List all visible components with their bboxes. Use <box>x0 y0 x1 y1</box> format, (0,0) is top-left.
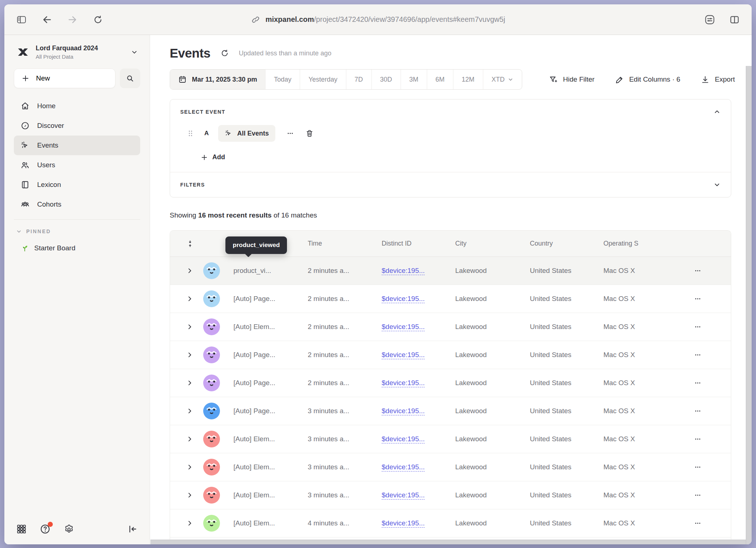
filters-header[interactable]: FILTERS <box>180 181 721 188</box>
distinct-id-link[interactable]: $device:195... <box>382 519 425 527</box>
distinct-id-link[interactable]: $device:195... <box>382 323 425 330</box>
table-row[interactable]: [Auto] Page... 2 minutes a... $device:19… <box>170 369 731 397</box>
settings-gear-icon[interactable] <box>63 524 75 535</box>
row-actions-button[interactable] <box>691 516 705 530</box>
column-header-distinct-id[interactable]: Distinct ID <box>382 240 455 247</box>
preset-6m[interactable]: 6M <box>427 70 453 89</box>
column-header-os[interactable]: Operating S <box>603 240 683 247</box>
sidebar-item-users[interactable]: Users <box>14 155 140 175</box>
preset-3m[interactable]: 3M <box>401 70 427 89</box>
chevron-right-icon <box>186 520 193 527</box>
event-avatar <box>203 290 220 307</box>
row-actions-button[interactable] <box>691 460 705 474</box>
row-expand-button[interactable] <box>170 323 198 330</box>
distinct-id-link[interactable]: $device:195... <box>382 491 425 499</box>
link-icon <box>251 15 260 24</box>
row-actions-button[interactable] <box>691 432 705 446</box>
apps-grid-icon[interactable] <box>16 524 27 535</box>
row-actions-button[interactable] <box>691 376 705 390</box>
date-picker-button[interactable]: Mar 11, 2025 3:30 pm <box>170 70 265 89</box>
delete-event-button[interactable] <box>305 129 314 138</box>
collapse-all-rows-icon[interactable] <box>170 240 198 248</box>
calendar-icon <box>178 75 187 84</box>
export-button[interactable]: Export <box>701 75 735 84</box>
sidebar-item-home[interactable]: Home <box>14 96 140 116</box>
preset-yesterday[interactable]: Yesterday <box>300 70 346 89</box>
table-row[interactable]: [Auto] Elem... 4 minutes a... $device:19… <box>170 509 731 537</box>
browser-forward-icon[interactable] <box>66 13 79 26</box>
column-header-time[interactable]: Time <box>308 240 382 247</box>
sidebar-item-discover[interactable]: Discover <box>14 116 140 136</box>
new-button[interactable]: New <box>14 68 115 88</box>
add-event-button[interactable]: Add <box>201 153 721 161</box>
browser-back-icon[interactable] <box>41 13 53 26</box>
browser-refresh-icon[interactable] <box>92 13 104 26</box>
table-row[interactable]: [Auto] Elem... 3 minutes a... $device:19… <box>170 481 731 509</box>
horizontal-scrollbar[interactable] <box>150 540 746 544</box>
distinct-id-link[interactable]: $device:195... <box>382 351 425 359</box>
preset-12m[interactable]: 12M <box>453 70 483 89</box>
search-button[interactable] <box>120 68 140 88</box>
pinned-section-toggle[interactable]: PINNED <box>14 228 140 234</box>
column-header-city[interactable]: City <box>455 240 530 247</box>
preset-today[interactable]: Today <box>265 70 300 89</box>
sidebar-item-label: Users <box>37 161 55 169</box>
refresh-icon[interactable] <box>220 48 229 58</box>
row-expand-button[interactable] <box>170 463 198 471</box>
table-row[interactable]: [Auto] Page... 2 minutes a... $device:19… <box>170 341 731 369</box>
event-selector-chip[interactable]: All Events <box>218 125 275 142</box>
sidebar-item-starter-board[interactable]: Starter Board <box>14 244 140 253</box>
edit-columns-button[interactable]: Edit Columns · 6 <box>615 75 680 84</box>
distinct-id-link[interactable]: $device:195... <box>382 435 425 443</box>
distinct-id-link[interactable]: $device:195... <box>382 267 425 274</box>
city-cell: Lakewood <box>455 491 530 499</box>
table-row[interactable]: [Auto] Elem... 2 minutes a... $device:19… <box>170 313 731 341</box>
distinct-id-link[interactable]: $device:195... <box>382 379 425 387</box>
preset-7d[interactable]: 7D <box>346 70 371 89</box>
split-view-icon[interactable] <box>728 13 741 26</box>
vertical-scrollbar[interactable] <box>746 66 752 544</box>
distinct-id-link[interactable]: $device:195... <box>382 407 425 415</box>
collapse-sidebar-icon[interactable] <box>127 524 138 535</box>
row-actions-button[interactable] <box>691 404 705 418</box>
row-expand-button[interactable] <box>170 492 198 499</box>
table-row[interactable]: [Auto] Elem... 3 minutes a... $device:19… <box>170 425 731 453</box>
row-expand-button[interactable] <box>170 379 198 387</box>
select-event-header[interactable]: SELECT EVENT <box>180 108 721 116</box>
row-expand-button[interactable] <box>170 267 198 274</box>
hide-filter-button[interactable]: Hide Filter <box>549 75 595 84</box>
row-expand-button[interactable] <box>170 407 198 415</box>
table-row[interactable]: product_vi... 2 minutes a... $device:195… <box>170 257 731 285</box>
browser-sidebar-toggle-icon[interactable] <box>15 13 28 26</box>
distinct-id-link[interactable]: $device:195... <box>382 463 425 471</box>
row-actions-button[interactable] <box>691 320 705 334</box>
sidebar-item-cohorts[interactable]: Cohorts <box>14 195 140 214</box>
help-icon[interactable] <box>39 523 51 535</box>
tooltip: product_viewed <box>225 236 287 254</box>
sidebar-item-label: Discover <box>37 122 64 130</box>
row-actions-button[interactable] <box>691 264 705 278</box>
sidebar-item-events[interactable]: Events <box>14 136 140 155</box>
address-bar[interactable]: mixpanel.com/project/3472420/view/397469… <box>251 15 505 24</box>
distinct-id-link[interactable]: $device:195... <box>382 295 425 302</box>
preset-xtd[interactable]: XTD <box>483 70 522 89</box>
sidebar-item-lexicon[interactable]: Lexicon <box>14 175 140 195</box>
event-time-cell: 4 minutes a... <box>308 519 382 527</box>
workspace-switcher[interactable]: Lord Farquaad 2024 All Project Data <box>14 42 140 62</box>
preset-30d[interactable]: 30D <box>371 70 401 89</box>
row-expand-button[interactable] <box>170 351 198 359</box>
row-actions-button[interactable] <box>691 292 705 306</box>
page-settings-icon[interactable] <box>704 13 716 26</box>
row-actions-button[interactable] <box>691 488 705 502</box>
table-row[interactable]: [Auto] Elem... 3 minutes a... $device:19… <box>170 453 731 481</box>
event-name-cell: [Auto] Elem... <box>233 323 308 331</box>
table-row[interactable]: [Auto] Page... 3 minutes a... $device:19… <box>170 397 731 425</box>
table-row[interactable]: [Auto] Page... 2 minutes a... $device:19… <box>170 285 731 313</box>
event-more-button[interactable] <box>283 129 298 137</box>
row-expand-button[interactable] <box>170 435 198 443</box>
row-actions-button[interactable] <box>691 348 705 362</box>
column-header-country[interactable]: Country <box>530 240 603 247</box>
drag-handle[interactable] <box>188 129 193 137</box>
row-expand-button[interactable] <box>170 520 198 527</box>
row-expand-button[interactable] <box>170 295 198 302</box>
